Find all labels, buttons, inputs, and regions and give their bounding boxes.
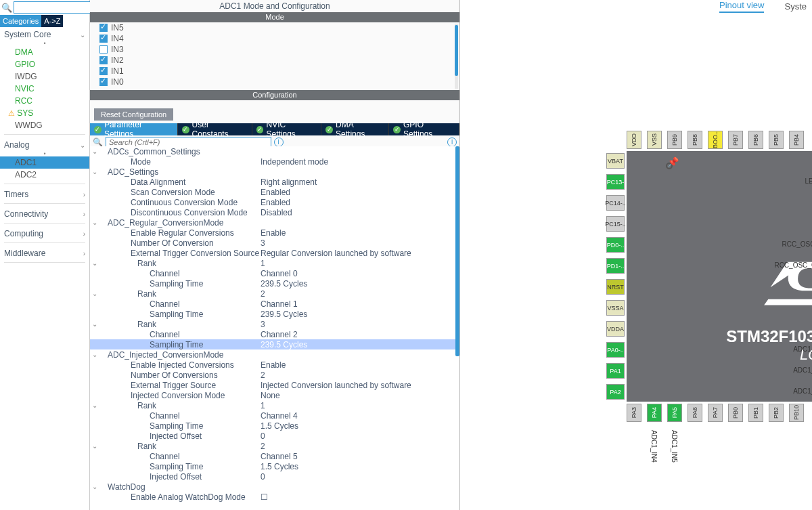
pin-pa2[interactable]: PA2 [606,384,625,400]
param-row[interactable]: Enable Injected ConversionsEnable [90,360,459,370]
pin-vss[interactable]: VSS [647,131,662,149]
section-middleware[interactable]: Middleware› [0,246,89,259]
param-row[interactable]: ⌄Rank2 [90,441,459,451]
param-row[interactable]: ⌄ADC_Regular_ConversionMode [90,217,459,228]
param-row[interactable]: Enable Analog WatchDog Mode☐ [90,492,459,502]
param-row[interactable]: External Trigger SourceInjected Conversi… [90,380,459,390]
param-row[interactable]: ⌄ADCs_Common_Settings [90,146,459,156]
param-row[interactable]: Sampling Time239.5 Cycles [90,278,459,289]
param-row[interactable]: ChannelChannel 2 [90,329,459,339]
param-row[interactable]: ⌄Rank2 [90,289,459,299]
config-tab-nvic-settings[interactable]: ✓NVIC Settings [252,123,322,135]
pin-nrst[interactable]: NRST [606,279,625,295]
pin-vbat[interactable]: VBAT [606,153,625,169]
sidebar-item-dma[interactable]: DMA [0,46,89,58]
pin-pb1[interactable]: PB1 [748,404,763,422]
expand-icon[interactable]: ⌄ [90,402,99,409]
tab-pinout-view[interactable]: Pinout view [719,0,764,13]
expand-icon[interactable]: ⌄ [90,442,99,450]
pin-pa5[interactable]: PA5 [667,404,682,422]
section-analog[interactable]: Analog⌄ [0,137,89,151]
expand-icon[interactable]: ⌄ [90,483,99,490]
param-row[interactable]: Number Of Conversions2 [90,370,459,380]
pin-pa4[interactable]: PA4 [647,404,662,422]
pin-pb0[interactable]: PB0 [728,404,743,422]
chip-body[interactable]: 📌 STM32F103C8Tx LQFP48 [627,151,812,402]
param-row[interactable]: Sampling Time239.5 Cycles [90,339,459,349]
expand-icon[interactable]: ⌄ [90,168,99,175]
mode-checkbox-in2[interactable] [99,56,108,64]
mode-checkbox-in3[interactable] [99,45,108,54]
sidebar-item-rcc[interactable]: RCC [0,95,89,107]
param-row[interactable]: ⌄Rank1 [90,400,459,410]
param-row[interactable]: ChannelChannel 0 [90,268,459,278]
param-row[interactable]: Enable Regular ConversionsEnable [90,228,459,238]
param-row[interactable]: ⌄Rank3 [90,319,459,329]
pin-vssa[interactable]: VSSA [606,300,625,316]
mode-scrollbar[interactable] [455,24,458,89]
config-tab-gpio-settings[interactable]: ✓GPIO Settings [389,123,459,135]
pin-pc13-[interactable]: PC13- [606,174,625,190]
param-row[interactable]: Injected Conversion ModeNone [90,390,459,400]
pin-pb9[interactable]: PB9 [667,131,682,149]
expand-icon[interactable]: ⌄ [90,290,99,297]
pin-pb5[interactable]: PB5 [769,131,784,149]
pin-pa3[interactable]: PA3 [627,404,641,422]
pin-pb7[interactable]: PB7 [728,131,743,149]
tab-system-view[interactable]: Syste [784,1,807,12]
sidebar-item-iwdg[interactable]: IWDG [0,70,89,83]
param-row[interactable]: Sampling Time1.5 Cycles [90,421,459,431]
param-row[interactable]: ChannelChannel 5 [90,451,459,461]
help-icon[interactable]: i [447,137,457,147]
help-icon[interactable]: i [274,137,284,147]
pin-pc15-..[interactable]: PC15-.. [606,216,625,232]
param-row[interactable]: ChannelChannel 1 [90,299,459,309]
param-row[interactable]: Sampling Time1.5 Cycles [90,461,459,471]
sidebar-item-adc2[interactable]: ADC2 [0,169,89,181]
tab-a-z[interactable]: A->Z [41,15,63,27]
expand-icon[interactable]: ⌄ [90,259,99,267]
mode-checkbox-in1[interactable] [99,67,108,75]
param-row[interactable]: ModeIndependent mode [90,156,459,167]
sidebar-item-adc1[interactable]: ADC1 [0,156,89,169]
pin-vdda[interactable]: VDDA [606,321,625,337]
sidebar-item-sys[interactable]: ⚠ SYS [0,107,89,119]
pin-vdd[interactable]: VDD [627,131,641,149]
param-row[interactable]: Discontinuous Conversion ModeDisabled [90,207,459,217]
param-scrollbar[interactable] [455,146,459,510]
param-row[interactable]: Continuous Conversion ModeEnabled [90,197,459,207]
section-computing[interactable]: Computing› [0,226,89,240]
sidebar-item-gpio[interactable]: GPIO [0,58,89,70]
config-tab-dma-settings[interactable]: ✓DMA Settings [321,123,389,135]
pushpin-icon[interactable]: 📌 [667,156,679,167]
param-row[interactable]: Number Of Conversion3 [90,238,459,248]
config-tab-parameter-settings[interactable]: ✓Parameter Settings [90,123,178,135]
reset-button[interactable]: Reset Configuration [94,108,173,121]
tab-categories[interactable]: Categories [0,15,41,27]
pin-pb6[interactable]: PB6 [748,131,763,149]
param-row[interactable]: ⌄WatchDog [90,482,459,492]
collapse-handle-icon[interactable]: • [0,151,89,156]
collapse-handle-icon[interactable]: • [0,41,89,46]
param-row[interactable]: Scan Conversion ModeEnabled [90,187,459,197]
expand-icon[interactable]: ⌄ [90,351,99,358]
expand-icon[interactable]: ⌄ [90,148,99,155]
section-system-core[interactable]: System Core⌄ [0,27,89,41]
pin-pb4[interactable]: PB4 [789,131,804,149]
pin-pd0-..[interactable]: PD0-.. [606,237,625,253]
param-row[interactable]: ⌄ADC_Settings [90,167,459,177]
pin-pa0-..[interactable]: PA0-.. [606,342,625,358]
param-row[interactable]: ⌄Rank1 [90,258,459,268]
config-tab-user-constants[interactable]: ✓User Constants [178,123,252,135]
mode-checkbox-in0[interactable] [99,78,108,86]
pin-pc14-..[interactable]: PC14-.. [606,195,625,211]
expand-icon[interactable]: ⌄ [90,320,99,328]
param-row[interactable]: Injected Offset0 [90,431,459,441]
mode-checkbox-in4[interactable] [99,35,108,43]
param-row[interactable]: Sampling Time239.5 Cycles [90,309,459,319]
param-row[interactable]: Injected Offset0 [90,471,459,482]
param-row[interactable]: Data AlignmentRight alignment [90,177,459,187]
sidebar-item-wwdg[interactable]: WWDG [0,119,89,131]
mode-checkbox-in5[interactable] [99,24,108,32]
section-connectivity[interactable]: Connectivity› [0,207,89,220]
